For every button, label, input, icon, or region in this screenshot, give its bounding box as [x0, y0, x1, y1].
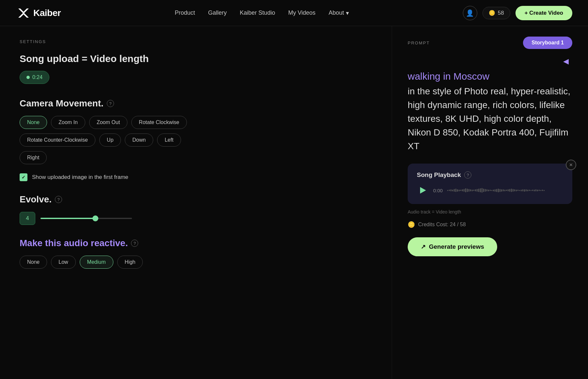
slider-thumb[interactable] [92, 215, 98, 221]
nav-kaiber-studio[interactable]: Kaiber Studio [240, 9, 275, 16]
evolve-slider-row: 4 [20, 212, 372, 225]
audio-option-medium[interactable]: Medium [80, 256, 113, 269]
camera-option-none[interactable]: None [20, 116, 47, 129]
camera-option-rotate-cw[interactable]: Rotate Clockwise [131, 116, 187, 129]
nav-links: Product Gallery Kaiber Studio My Videos … [175, 9, 349, 17]
logo-text: Kaiber [33, 8, 61, 18]
audio-reactive-section: Make this audio reactive. ? None Low Med… [20, 238, 372, 269]
audio-track-note: Audio track = Video length [408, 209, 572, 214]
credits-coin-icon: 🪙 [489, 10, 495, 16]
generate-label: Generate previews [429, 243, 484, 250]
first-frame-label: Show uploaded image in the first frame [32, 174, 128, 181]
logo-icon [16, 6, 30, 20]
prompt-back-arrow[interactable]: ◀ [559, 55, 572, 68]
playback-controls: 0:00 [417, 184, 563, 196]
audio-reactive-help-icon[interactable]: ? [131, 240, 138, 247]
camera-option-rotate-ccw[interactable]: Rotate Counter-Clockwise [20, 134, 95, 147]
camera-option-left[interactable]: Left [157, 134, 181, 147]
audio-reactive-title: Make this audio reactive. [20, 238, 128, 248]
duration-badge: 0:24 [20, 71, 49, 84]
play-icon [420, 187, 426, 194]
duration-dot [26, 76, 30, 79]
chevron-down-icon: ▾ [346, 9, 349, 17]
create-video-button[interactable]: + Create Video [515, 6, 572, 20]
audio-option-high[interactable]: High [117, 256, 143, 269]
time-display: 0:00 [433, 188, 443, 193]
camera-option-down[interactable]: Down [125, 134, 153, 147]
logo[interactable]: Kaiber [16, 6, 61, 20]
waveform [447, 186, 563, 195]
main-content: SETTINGS Song upload = Video length 0:24… [0, 26, 588, 379]
play-button[interactable] [417, 184, 429, 196]
navbar: Kaiber Product Gallery Kaiber Studio My … [0, 0, 588, 26]
prompt-nav-row: ◀ [408, 55, 572, 68]
camera-movement-heading: Camera Movement. ? [20, 98, 372, 109]
first-frame-checkbox[interactable]: ✓ [20, 173, 27, 181]
song-playback-title: Song Playback [417, 171, 461, 179]
song-playback-card: ✕ Song Playback ? 0:00 [408, 164, 572, 204]
audio-reactive-heading: Make this audio reactive. ? [20, 238, 372, 248]
song-playback-help-icon[interactable]: ? [464, 171, 471, 179]
duration-value: 0:24 [32, 74, 42, 80]
evolve-help-icon[interactable]: ? [55, 196, 62, 203]
credits-badge[interactable]: 🪙 58 [482, 7, 510, 19]
prompt-main-text: walking in Moscow [408, 70, 572, 83]
camera-movement-options-row3: Right [20, 151, 372, 164]
nav-gallery[interactable]: Gallery [208, 9, 227, 16]
settings-label: SETTINGS [20, 39, 372, 44]
prompt-label: PROMPT [408, 40, 430, 45]
camera-option-zoom-in[interactable]: Zoom In [51, 116, 85, 129]
prompt-header-row: PROMPT Storyboard 1 [408, 37, 572, 49]
camera-option-right[interactable]: Right [20, 151, 47, 164]
create-video-label: + Create Video [525, 10, 563, 16]
evolve-value: 4 [20, 212, 35, 225]
song-playback-header: Song Playback ? [417, 171, 563, 179]
generate-previews-button[interactable]: ↗ Generate previews [408, 237, 497, 256]
credits-icon: 🪙 [408, 221, 415, 228]
camera-movement-options: None Zoom In Zoom Out Rotate Clockwise [20, 116, 372, 129]
nav-product[interactable]: Product [175, 9, 195, 16]
camera-movement-options-row2: Rotate Counter-Clockwise Up Down Left [20, 134, 372, 147]
close-button[interactable]: ✕ [566, 160, 576, 170]
evolve-heading: Evolve. ? [20, 194, 372, 205]
evolve-section: Evolve. ? 4 [20, 194, 372, 225]
camera-option-zoom-out[interactable]: Zoom Out [89, 116, 127, 129]
credits-count: 58 [498, 10, 504, 16]
prompt-sub-text: in the style of Photo real, hyper-realis… [408, 85, 572, 153]
left-panel: SETTINGS Song upload = Video length 0:24… [0, 26, 392, 379]
camera-movement-help-icon[interactable]: ? [107, 100, 114, 107]
generate-icon: ↗ [421, 243, 426, 250]
audio-reactive-options: None Low Medium High [20, 256, 372, 269]
right-panel: PROMPT Storyboard 1 ◀ walking in Moscow … [392, 26, 588, 379]
nav-about[interactable]: About ▾ [329, 9, 349, 17]
credits-cost-label: Credits Cost: 24 / 58 [418, 222, 466, 228]
evolve-title: Evolve. [20, 194, 52, 205]
audio-option-low[interactable]: Low [51, 256, 75, 269]
storyboard-button[interactable]: Storyboard 1 [523, 37, 572, 49]
song-section-title: Song upload = Video length [20, 53, 372, 64]
checkbox-row: ✓ Show uploaded image in the first frame [20, 173, 372, 181]
slider-fill [41, 218, 95, 219]
camera-option-up[interactable]: Up [99, 134, 121, 147]
evolve-slider[interactable] [41, 218, 132, 219]
prompt-text-block: ◀ walking in Moscow in the style of Phot… [408, 55, 572, 153]
nav-right: 👤 🪙 58 + Create Video [463, 6, 572, 20]
credits-row: 🪙 Credits Cost: 24 / 58 [408, 221, 572, 228]
camera-movement-title: Camera Movement. [20, 98, 104, 109]
user-icon[interactable]: 👤 [463, 6, 477, 20]
nav-my-videos[interactable]: My Videos [288, 9, 316, 16]
audio-option-none[interactable]: None [20, 256, 47, 269]
